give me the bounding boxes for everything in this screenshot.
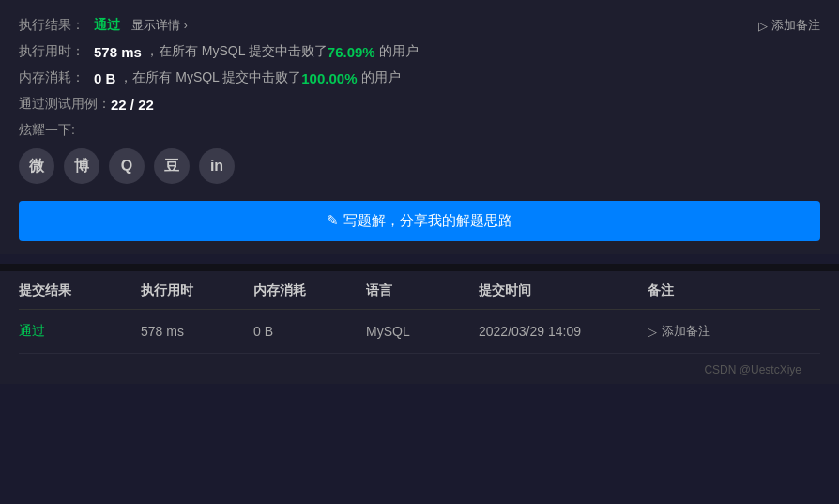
write-solution-button[interactable]: ✎ 写题解，分享我的解题思路 xyxy=(19,201,820,241)
flag-icon xyxy=(758,19,768,33)
social-icons: 微 博 Q 豆 in xyxy=(19,148,820,184)
douban-icon[interactable]: 豆 xyxy=(154,148,190,184)
col-time: 执行用时 xyxy=(141,283,253,299)
linkedin-icon[interactable]: in xyxy=(199,148,235,184)
col-memory: 内存消耗 xyxy=(253,283,366,299)
row-time: 578 ms xyxy=(141,324,253,339)
watermark: CSDN @UestcXiye xyxy=(19,354,820,384)
memory-label: 内存消耗： xyxy=(19,69,94,86)
col-language: 语言 xyxy=(366,283,479,299)
weibo-icon[interactable]: 博 xyxy=(64,148,99,184)
col-result: 提交结果 xyxy=(19,283,141,299)
time-suffix: 的用户 xyxy=(379,43,419,60)
row-flag-icon xyxy=(648,325,657,339)
table-row: 通过 578 ms 0 B MySQL 2022/03/29 14:09 添加备… xyxy=(19,310,820,354)
col-submitted: 提交时间 xyxy=(479,283,648,299)
memory-percent: 100.00% xyxy=(301,70,357,86)
row-add-note-button[interactable]: 添加备注 xyxy=(648,323,798,340)
memory-row: 内存消耗： 0 B ，在所有 MySQL 提交中击败了 100.00% 的用户 xyxy=(19,69,820,86)
time-label: 执行用时： xyxy=(19,43,94,60)
bottom-section: 提交结果 执行用时 内存消耗 语言 提交时间 备注 通过 578 ms 0 B … xyxy=(0,271,839,384)
memory-value: 0 B xyxy=(94,70,115,86)
share-label: 炫耀一下: xyxy=(19,122,820,139)
detail-link[interactable]: 显示详情 › xyxy=(131,17,188,34)
row-submitted: 2022/03/29 14:09 xyxy=(479,324,648,339)
header-add-note-button[interactable]: 添加备注 xyxy=(758,17,820,34)
top-section: 执行结果： 通过 显示详情 › 添加备注 执行用时： 578 ms ，在所有 M… xyxy=(0,0,839,254)
memory-suffix: 的用户 xyxy=(361,69,401,86)
row-language: MySQL xyxy=(366,324,479,339)
time-value: 578 ms xyxy=(94,44,142,60)
row-result[interactable]: 通过 xyxy=(19,323,141,340)
result-row: 执行结果： 通过 显示详情 › 添加备注 xyxy=(19,17,820,34)
memory-text: ，在所有 MySQL 提交中击败了 xyxy=(119,69,301,86)
test-label: 通过测试用例： xyxy=(19,96,111,113)
qq-icon[interactable]: Q xyxy=(109,148,145,184)
table-header: 提交结果 执行用时 内存消耗 语言 提交时间 备注 xyxy=(19,271,820,310)
time-percent: 76.09% xyxy=(328,44,375,60)
time-text: ，在所有 MySQL 提交中击败了 xyxy=(145,43,328,60)
time-row: 执行用时： 578 ms ，在所有 MySQL 提交中击败了 76.09% 的用… xyxy=(19,43,820,60)
wechat-icon[interactable]: 微 xyxy=(19,148,54,184)
divider xyxy=(0,264,839,271)
test-value: 22 / 22 xyxy=(111,97,154,113)
test-row: 通过测试用例： 22 / 22 xyxy=(19,96,820,113)
row-memory: 0 B xyxy=(253,324,366,339)
result-label: 执行结果： xyxy=(19,17,94,34)
col-note: 备注 xyxy=(648,283,798,299)
status-pass: 通过 xyxy=(94,17,120,34)
